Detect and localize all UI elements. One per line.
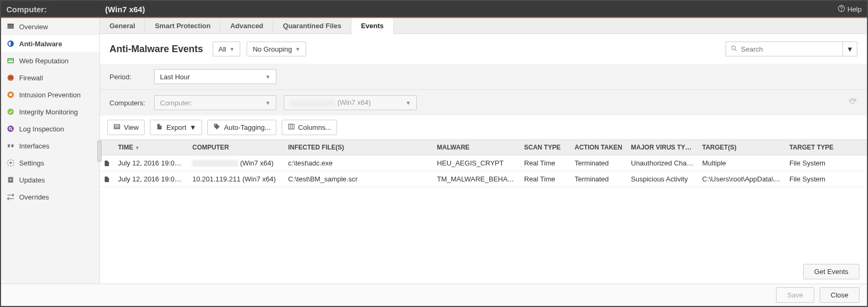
overrides-icon — [6, 193, 15, 201]
col-target-type[interactable]: TARGET TYPE — [785, 144, 838, 151]
sidebar-item-label: Web Reputation — [19, 57, 69, 65]
tab-smart-protection[interactable]: Smart Protection — [145, 18, 221, 34]
sidebar-item-web-reputation[interactable]: Web Reputation — [1, 52, 99, 69]
col-time[interactable]: TIME▼ — [114, 144, 188, 151]
file-icon — [100, 160, 114, 167]
search-options-dropdown[interactable]: ▼ — [842, 42, 857, 56]
tab-events[interactable]: Events — [351, 18, 394, 34]
events-table: TIME▼ COMPUTER INFECTED FILE(S) MALWARE … — [100, 139, 867, 260]
cell-infected: c:\test\adc.exe — [284, 159, 433, 167]
col-action[interactable]: ACTION TAKEN — [570, 144, 627, 151]
caret-down-icon: ▼ — [265, 74, 271, 80]
integrity-monitoring-icon — [6, 107, 15, 116]
close-button[interactable]: Close — [820, 287, 859, 303]
firewall-icon — [6, 73, 15, 82]
col-major-virus-type[interactable]: MAJOR VIRUS TYPE — [627, 144, 698, 151]
sidebar-resize-handle[interactable] — [97, 140, 102, 162]
sidebar-item-overrides[interactable]: Overrides — [1, 188, 99, 205]
sidebar-item-interfaces[interactable]: Interfaces — [1, 137, 99, 154]
computers-filter-row: Computers: Computer: ▼ (Win7 x64) ▼ — [100, 89, 867, 115]
log-inspection-icon — [6, 125, 15, 133]
col-target[interactable]: TARGET(S) — [698, 144, 785, 151]
auto-tagging-button[interactable]: Auto-Tagging... — [207, 120, 276, 135]
sidebar-item-intrusion-prevention[interactable]: Intrusion Prevention — [1, 86, 99, 103]
svg-rect-5 — [8, 59, 14, 63]
intrusion-prevention-icon — [6, 90, 15, 99]
columns-button[interactable]: Columns... — [282, 120, 337, 135]
cell-scan: Real Time — [520, 175, 570, 183]
computer-select[interactable]: (Win7 x64) ▼ — [284, 95, 417, 110]
table-row[interactable]: July 12, 2016 19:02:41 10.201.119.211 (W… — [100, 171, 867, 187]
col-computer[interactable]: COMPUTER — [188, 144, 284, 151]
cell-target: Multiple — [698, 159, 785, 167]
period-label: Period: — [109, 73, 147, 81]
sidebar-item-settings[interactable]: Settings — [1, 154, 99, 171]
caret-down-icon: ▼ — [230, 46, 235, 52]
sidebar-item-anti-malware[interactable]: Anti-Malware — [1, 35, 99, 52]
scope-dropdown[interactable]: All ▼ — [213, 42, 240, 56]
tab-advanced[interactable]: Advanced — [221, 18, 273, 34]
scope-label: All — [218, 45, 226, 53]
cell-major: Unauthorized Change — [627, 159, 698, 167]
svg-rect-14 — [11, 144, 13, 147]
export-label: Export — [166, 123, 187, 131]
sidebar-item-label: Log Inspection — [19, 125, 64, 133]
col-infected[interactable]: INFECTED FILE(S) — [284, 144, 433, 151]
anti-malware-icon — [6, 39, 15, 48]
col-malware[interactable]: MALWARE — [433, 144, 520, 151]
sidebar-item-integrity-monitoring[interactable]: Integrity Monitoring — [1, 103, 99, 120]
sidebar-item-overview[interactable]: Overview — [1, 18, 99, 35]
help-label: Help — [847, 5, 862, 13]
svg-point-9 — [9, 93, 12, 96]
search-box[interactable] — [726, 42, 842, 56]
tab-label: General — [109, 22, 135, 30]
file-icon — [100, 176, 114, 183]
svg-point-10 — [7, 109, 14, 115]
get-events-button[interactable]: Get Events — [803, 264, 859, 279]
cell-scan: Real Time — [520, 159, 570, 167]
sidebar-item-firewall[interactable]: Firewall — [1, 69, 99, 86]
computer-type-select[interactable]: Computer: ▼ — [154, 95, 276, 110]
refresh-icon[interactable] — [848, 97, 857, 109]
search-icon — [730, 45, 738, 54]
cell-malware: TM_MALWARE_BEHAVIOR — [433, 175, 520, 183]
sidebar-item-log-inspection[interactable]: Log Inspection — [1, 120, 99, 137]
sidebar-item-updates[interactable]: Updates — [1, 171, 99, 188]
page-title: Anti-Malware Events — [109, 44, 203, 55]
svg-point-15 — [10, 162, 12, 164]
sidebar: Overview Anti-Malware Web Reputation Fir… — [1, 18, 100, 284]
sidebar-item-label: Firewall — [19, 74, 43, 82]
help-link[interactable]: Help — [838, 5, 862, 14]
tab-quarantined-files[interactable]: Quarantined Files — [273, 18, 351, 34]
grouping-dropdown[interactable]: No Grouping ▼ — [247, 42, 306, 56]
computers-label: Computers: — [109, 99, 147, 107]
period-filter-row: Period: Last Hour ▼ — [100, 64, 867, 89]
table-row[interactable]: July 12, 2016 19:02:51 (Win7 x64) c:\tes… — [100, 155, 867, 171]
sort-desc-icon: ▼ — [135, 145, 140, 151]
web-reputation-icon — [6, 56, 15, 65]
sidebar-item-label: Intrusion Prevention — [19, 91, 81, 99]
tab-label: Quarantined Files — [283, 22, 341, 30]
columns-icon — [288, 123, 295, 132]
updates-icon — [6, 176, 15, 184]
tag-icon — [213, 123, 221, 132]
redacted-text — [290, 99, 335, 107]
sidebar-item-label: Overview — [19, 23, 48, 31]
period-select[interactable]: Last Hour ▼ — [154, 69, 276, 84]
svg-point-1 — [841, 10, 842, 11]
view-button[interactable]: View — [107, 120, 145, 135]
period-value: Last Hour — [160, 73, 190, 81]
get-events-row: Get Events — [100, 260, 867, 284]
export-button[interactable]: Export ▼ — [150, 120, 202, 135]
columns-label: Columns... — [298, 123, 331, 131]
caret-down-icon: ▼ — [847, 45, 854, 53]
svg-rect-13 — [8, 144, 10, 147]
cell-target-type: File System — [785, 159, 838, 167]
caret-down-icon: ▼ — [295, 46, 300, 52]
search-input[interactable] — [741, 45, 838, 53]
col-scan-type[interactable]: SCAN TYPE — [520, 144, 570, 151]
content: Anti-Malware Events All ▼ No Grouping ▼ … — [100, 34, 867, 284]
sidebar-item-label: Anti-Malware — [19, 40, 62, 48]
tab-general[interactable]: General — [100, 18, 145, 34]
settings-icon — [6, 159, 15, 167]
